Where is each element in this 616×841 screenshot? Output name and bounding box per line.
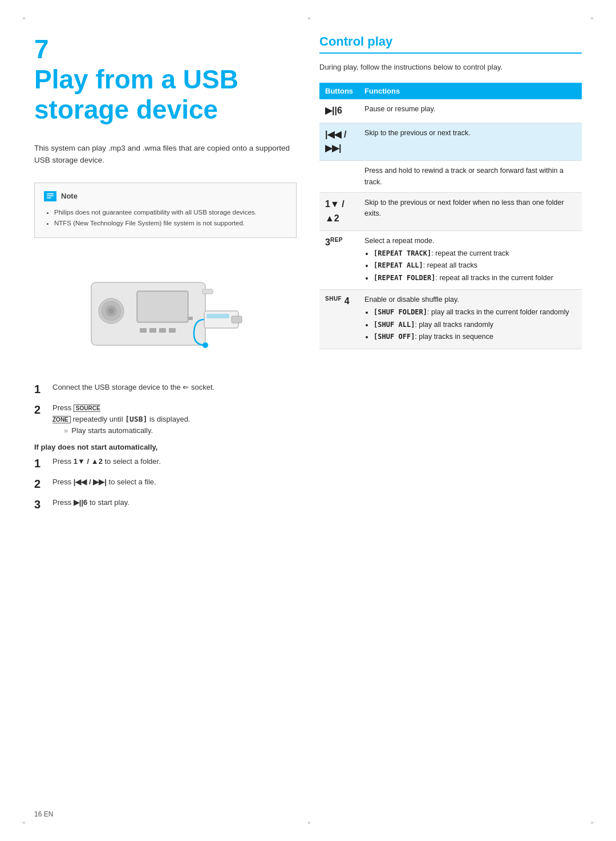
btn-cell-folder: 1▼ /▲2 (319, 192, 359, 231)
corner-dot-tm (308, 17, 310, 19)
manual-step-1: 1 Press 1▼ / ▲2 to select a folder. (34, 456, 297, 471)
table-row: ▶||6 Pause or resume play. (319, 99, 582, 123)
repeat-symbol: 3REP (325, 237, 343, 247)
note-list: Philips does not guarantee compatibility… (44, 207, 287, 229)
note-label: Note (61, 192, 78, 200)
section-title: Control play (319, 34, 582, 54)
step-2-sub-item: » Play starts automatically. (64, 426, 190, 435)
fn-text-rewind: Press and hold to rewind a track or sear… (364, 167, 564, 185)
device-illustration (74, 260, 257, 362)
manual-step-3-text: Press ▶||6 to start play. (52, 497, 129, 508)
svg-rect-11 (149, 328, 156, 333)
step-2: 2 Press SOURCEZONE repeatedly until [USB… (34, 402, 297, 435)
page-layout: 7 Play from a USB storage device This sy… (0, 0, 616, 841)
svg-rect-14 (202, 289, 213, 294)
repeat-option-1: [REPEAT TRACK]: repeat the current track (374, 248, 576, 259)
manual-step-2: 2 Press |◀◀ / ▶▶| to select a file. (34, 476, 297, 491)
footer-lang-text: EN (44, 810, 54, 818)
btn-cell-rewind (319, 161, 359, 193)
step-1-num: 1 (34, 382, 47, 397)
steps-section: 1 Connect the USB storage device to the … (34, 382, 297, 435)
shuffle-option-1: [SHUF FOLDER]: play all tracks in the cu… (374, 307, 576, 318)
table-row: |◀◀ /▶▶| Skip to the previous or next tr… (319, 123, 582, 161)
fn-text-repeat: Select a repeat mode. (364, 237, 434, 245)
footer-page-num: 16 (34, 810, 42, 818)
left-column: 7 Play from a USB storage device This sy… (34, 34, 297, 807)
fn-cell-skip: Skip to the previous or next track. (359, 123, 582, 161)
page-footer: 16 EN (34, 810, 53, 818)
svg-point-9 (108, 308, 114, 314)
svg-rect-13 (169, 328, 176, 333)
play-pause-symbol: ▶||6 (325, 106, 342, 115)
svg-rect-17 (206, 314, 229, 318)
manual-steps-section: 1 Press 1▼ / ▲2 to select a folder. 2 Pr… (34, 456, 297, 512)
functions-table: Buttons Functions ▶||6 Pause or resume p… (319, 83, 582, 349)
step-2-text: Press SOURCEZONE repeatedly until [USB] … (52, 403, 190, 423)
btn-cell-repeat: 3REP (319, 231, 359, 290)
repeat-option-3: [REPEAT FOLDER]: repeat all tracks in th… (374, 273, 576, 284)
note-header: Note (44, 191, 287, 201)
manual-step-1-text: Press 1▼ / ▲2 to select a folder. (52, 456, 161, 467)
fn-cell-folder: Skip to the previous or next folder when… (359, 192, 582, 231)
device-image (34, 254, 297, 368)
if-not-auto-heading: If play does not start automatically, (34, 443, 297, 451)
shuffle-symbol: SHUF 4 (325, 296, 350, 306)
step-2-sub-text: Play starts automatically. (71, 426, 153, 435)
manual-step-1-num: 1 (34, 456, 47, 471)
usb-icon: ⇐ (183, 382, 189, 393)
repeat-options-list: [REPEAT TRACK]: repeat the current track… (364, 248, 576, 284)
shuffle-option-2: [SHUF ALL]: play all tracks randomly (374, 320, 576, 330)
svg-rect-0 (47, 193, 54, 195)
manual-step-3-num: 3 (34, 497, 47, 512)
folder-symbol: 1▼ /▲2 (325, 199, 345, 223)
right-column: Control play During play, follow the ins… (319, 34, 582, 807)
fn-text-folder: Skip to the previous or next folder when… (364, 199, 564, 217)
manual-step-3: 3 Press ▶||6 to start play. (34, 497, 297, 512)
fn-text-skip: Skip to the previous or next track. (364, 129, 471, 137)
fn-cell-rewind: Press and hold to rewind a track or sear… (359, 161, 582, 193)
step-2-sub: » Play starts automatically. (52, 426, 190, 435)
col-functions: Functions (359, 83, 582, 99)
note-item-1: Philips does not guarantee compatibility… (54, 207, 287, 219)
note-icon (44, 191, 56, 201)
svg-rect-16 (232, 316, 242, 323)
btn-cell-shuffle: SHUF 4 (319, 290, 359, 349)
svg-point-18 (202, 342, 208, 348)
fn-cell-shuffle: Enable or disable shuffle play. [SHUF FO… (359, 290, 582, 349)
shuffle-option-3: [SHUF OFF]: play tracks in sequence (374, 331, 576, 342)
manual-step-2-text: Press |◀◀ / ▶▶| to select a file. (52, 476, 156, 488)
chapter-title-line2: storage device (34, 95, 297, 125)
svg-rect-2 (47, 197, 51, 199)
manual-step-2-num: 2 (34, 476, 47, 491)
skip-symbol: |◀◀ /▶▶| (325, 130, 346, 153)
svg-rect-5 (138, 292, 187, 321)
fn-text-shuffle: Enable or disable shuffle play. (364, 296, 459, 304)
shuffle-options-list: [SHUF FOLDER]: play all tracks in the cu… (364, 307, 576, 342)
fn-cell-repeat: Select a repeat mode. [REPEAT TRACK]: re… (359, 231, 582, 290)
repeat-option-2: [REPEAT ALL]: repeat all tracks (374, 260, 576, 271)
note-item-2: NTFS (New Technology File System) file s… (54, 218, 287, 229)
corner-dot-bm (308, 822, 310, 824)
step-2-num: 2 (34, 402, 47, 417)
table-header: Buttons Functions (319, 83, 582, 99)
fn-cell-play: Pause or resume play. (359, 99, 582, 123)
btn-cell-skip: |◀◀ /▶▶| (319, 123, 359, 161)
col-buttons: Buttons (319, 83, 359, 99)
svg-rect-10 (140, 328, 147, 333)
note-lines-icon (46, 192, 54, 200)
corner-dot-br (591, 822, 593, 824)
step-1: 1 Connect the USB storage device to the … (34, 382, 297, 397)
svg-rect-19 (188, 317, 193, 320)
table-row: SHUF 4 Enable or disable shuffle play. [… (319, 290, 582, 349)
corner-dot-tr (591, 17, 593, 19)
note-box: Note Philips does not guarantee compatib… (34, 183, 297, 238)
step-1-text: Connect the USB storage device to the ⇐ … (52, 382, 214, 393)
table-row: 1▼ /▲2 Skip to the previous or next fold… (319, 192, 582, 231)
btn-cell-play: ▶||6 (319, 99, 359, 123)
chapter-title: 7 Play from a USB storage device (34, 34, 297, 125)
table-header-row: Buttons Functions (319, 83, 582, 99)
table-body: ▶||6 Pause or resume play. |◀◀ /▶▶| Skip… (319, 99, 582, 349)
svg-rect-12 (159, 328, 166, 333)
sub-arrow: » (64, 426, 68, 435)
corner-dot-bl (23, 822, 25, 824)
